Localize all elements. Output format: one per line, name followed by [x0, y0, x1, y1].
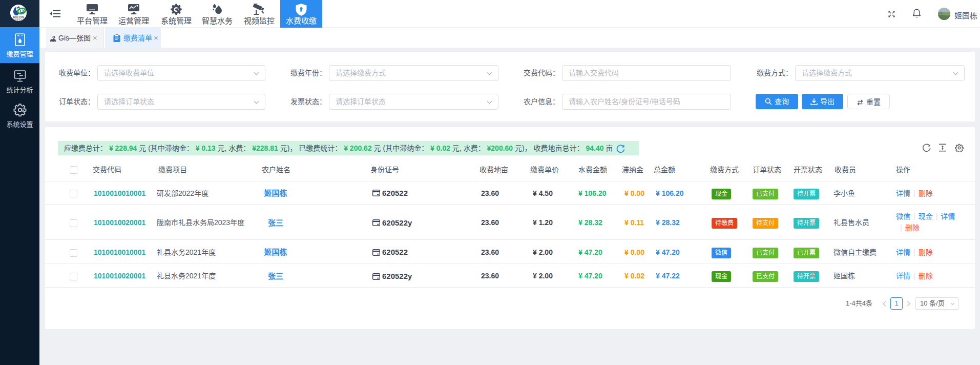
- svg-text:RIEON: RIEON: [13, 15, 24, 19]
- svg-text:瑞恩电气: 瑞恩电气: [14, 18, 23, 22]
